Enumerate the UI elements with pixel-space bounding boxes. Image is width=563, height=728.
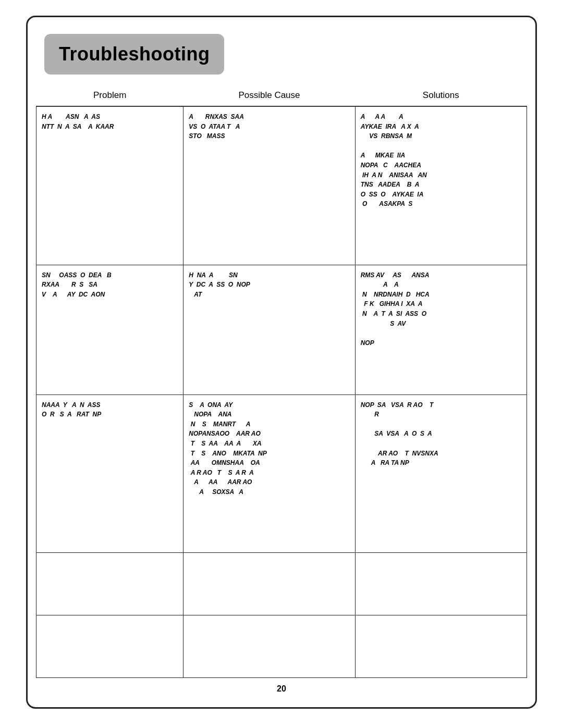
- table-header-row: Problem Possible Cause Solutions: [36, 85, 527, 106]
- cell-solution-4: [355, 615, 527, 678]
- title-bar: Troubleshooting: [44, 34, 224, 75]
- header-area: Troubleshooting: [28, 17, 535, 75]
- troubleshoot-table: Problem Possible Cause Solutions H A ASN…: [36, 85, 527, 678]
- cell-cause-2: S A ONA AY NOPA ANA N S MANRT A NOPANSAO…: [183, 394, 355, 552]
- cell-solution-2: NOP SA VSA R AO T R SA VSA A O S A AR AO…: [355, 394, 527, 552]
- table-row: SN OASS O DEA B RXAA R S SA V A AY DC AO…: [36, 265, 527, 394]
- cell-cause-0: A RNXAS SAA VS O ATAA T A STO MASS: [183, 106, 355, 265]
- cell-problem-2: NAAA Y A N ASS O R S A RAT NP: [36, 394, 183, 552]
- cell-solution-0: A A A A AYKAE IRA A X A VS RBNSA M A MKA…: [355, 106, 527, 265]
- content-area: Problem Possible Cause Solutions H A ASN…: [28, 75, 535, 707]
- table-row: H A ASN A AS NTT N A SA A KAARA RNXAS SA…: [36, 106, 527, 265]
- col-header-problem: Problem: [36, 85, 183, 106]
- table-row: [36, 615, 527, 678]
- page-title: Troubleshooting: [59, 43, 210, 65]
- col-header-solutions: Solutions: [355, 85, 527, 106]
- cell-problem-4: [36, 615, 183, 678]
- cell-problem-3: [36, 553, 183, 615]
- cell-problem-0: H A ASN A AS NTT N A SA A KAAR: [36, 106, 183, 265]
- cell-solution-1: RMS AV AS ANSA A A N NRDNAIH D HCA F K G…: [355, 265, 527, 394]
- table-row: NAAA Y A N ASS O R S A RAT NPS A ONA AY …: [36, 394, 527, 552]
- cell-solution-3: [355, 553, 527, 615]
- table-row: [36, 553, 527, 615]
- cell-problem-1: SN OASS O DEA B RXAA R S SA V A AY DC AO…: [36, 265, 183, 394]
- page-container: Troubleshooting Problem Possible Cause S…: [26, 16, 537, 709]
- cell-cause-3: [183, 553, 355, 615]
- cell-cause-1: H NA A SN Y DC A SS O NOP AT: [183, 265, 355, 394]
- cell-cause-4: [183, 615, 355, 678]
- page-number: 20: [36, 678, 527, 699]
- col-header-cause: Possible Cause: [183, 85, 355, 106]
